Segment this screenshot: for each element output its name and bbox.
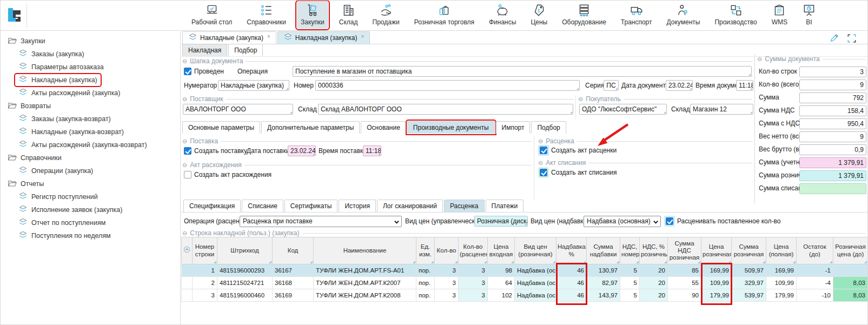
table-cell[interactable]: 3 (459, 277, 488, 289)
sums-row-value[interactable]: 950,4 (799, 118, 866, 129)
tree-folder-закупки[interactable]: Закупки (1, 35, 180, 48)
column-header-цена-входная[interactable]: Цена входная (488, 237, 515, 264)
tree-folder-возвраты[interactable]: Возвраты (1, 100, 180, 112)
table-cell[interactable]: 3 (435, 289, 459, 302)
tree-row-inner[interactable]: Акты расхождений (закупка) (16, 88, 123, 98)
column-header-номер-строки[interactable]: Номер строки (193, 237, 217, 264)
table-cell[interactable]: 85 (668, 264, 701, 277)
number-input[interactable]: 0000336 (315, 80, 580, 91)
pricing-operation-select[interactable]: Расценка при поставке (240, 216, 402, 227)
column-header-кол-во[interactable]: Кол-во (435, 237, 459, 264)
tree-row-inner[interactable]: Исполнение заявок (закупка) (16, 204, 125, 215)
sums-row-value[interactable]: 1 379,91 (799, 170, 866, 181)
table-cell[interactable]: 130,97 (587, 264, 620, 277)
tree-item-заказы-закупка-возврат-[interactable]: Заказы (закупка-возврат) (1, 112, 180, 125)
tree-row-inner[interactable]: Регистр поступлений (16, 191, 101, 202)
column-header-сумма-надбавки[interactable]: Сумма надбавки (587, 237, 620, 264)
table-cell[interactable]: 539,97 (732, 289, 766, 302)
detail-tab-лог-сканирований[interactable]: Лог сканирований (377, 200, 443, 212)
tree-folder-справочники[interactable]: Справочники (1, 151, 180, 164)
param-tab-производные-документы[interactable]: Производные документы (407, 121, 495, 134)
series-input[interactable]: ПС (604, 80, 619, 91)
collapse-icon[interactable]: ⊖ (182, 96, 187, 103)
tree-row-inner[interactable]: Отчеты (5, 178, 47, 189)
table-cell[interactable]: 20 (640, 289, 668, 302)
table-cell[interactable]: 169,99 (701, 264, 732, 277)
buyer-input[interactable]: ОДО "ЛюксСофтСервис" (579, 104, 667, 115)
column-header-наименование[interactable]: Наименование (314, 237, 416, 264)
column-header-штрихкод[interactable]: Штрихкод (217, 237, 273, 264)
table-cell[interactable]: 46 (556, 277, 587, 289)
sort-indicator-header[interactable] (182, 237, 193, 264)
tree-row-inner[interactable]: Поступления по неделям (16, 230, 114, 241)
tree-row-inner[interactable]: Закупки (5, 36, 48, 47)
detail-tab-сертификаты[interactable]: Сертификаты (284, 200, 338, 212)
sums-row-value[interactable]: 3 (799, 67, 866, 77)
collapse-icon[interactable]: ⊖ (182, 58, 187, 65)
collapse-icon[interactable]: ⊖ (182, 138, 187, 145)
tree-item-параметры-автозаказа[interactable]: Параметры автозаказа (1, 61, 180, 74)
toolbar-item-финансы[interactable]: Финансы (485, 2, 520, 29)
table-cell[interactable]: 4811215024721 (217, 277, 273, 289)
doc-tab-накладные-закупка-[interactable]: Накладные (закупка)× (182, 31, 276, 44)
column-header-цена-розничная[interactable]: Цена розничная (701, 237, 732, 264)
column-header-сумма-розничная[interactable]: Сумма розничная (732, 237, 766, 264)
toolbar-item-продажи[interactable]: Продажи (369, 2, 403, 29)
column-header-остаток-до-[interactable]: Остаток (до) (797, 237, 833, 264)
table-cell[interactable]: ТУФЛИ ЖЕН.ДОМ.АРТ.К2008 (314, 289, 416, 302)
fullscreen-expand-icon[interactable] (847, 34, 857, 45)
delivery-time-input[interactable]: 11:18 (363, 145, 381, 156)
table-cell[interactable]: 3 (435, 277, 459, 289)
table-cell[interactable]: 98 (488, 264, 515, 277)
tree-row-inner[interactable]: Справочники (5, 152, 64, 163)
tree-item-операции-закупка-[interactable]: Операции (закупка) (1, 164, 180, 177)
detail-tab-история[interactable]: История (339, 200, 376, 212)
table-cell[interactable]: 3 (459, 289, 488, 302)
markup-price-select[interactable]: Надбавка (основная) (584, 216, 661, 227)
table-cell[interactable]: 5 (620, 277, 640, 289)
sums-row-value[interactable]: 0,9 (799, 144, 866, 155)
table-cell[interactable]: 3 (459, 264, 488, 277)
param-tab-основание[interactable]: Основание (361, 121, 406, 134)
tree-row-inner[interactable]: Накладные (закупка) (16, 75, 100, 85)
sums-row-value[interactable]: 1 379,91 (799, 157, 866, 168)
column-header-цена-полная-[interactable]: Цена (полная) (766, 237, 797, 264)
table-cell[interactable] (833, 264, 868, 277)
sums-row-value[interactable]: 9 (799, 131, 866, 142)
param-tab-дополнительные-параметры[interactable]: Дополнительные параметры (261, 121, 360, 134)
tree-row-inner[interactable]: Накладные (закупка-возврат) (16, 127, 127, 137)
column-header-код[interactable]: Код (273, 237, 314, 264)
operation-input[interactable]: Поступление в магазин от поставщика (293, 66, 752, 77)
toolbar-item-оборудование[interactable]: Оборудование (558, 2, 610, 29)
table-cell[interactable]: 5 (620, 264, 640, 277)
column-header-сумма-ндс-розничная[interactable]: Сумма НДС розничная (668, 237, 701, 264)
table-cell[interactable]: 1 (193, 264, 217, 277)
column-header-розничная-цена-до-[interactable]: Розничная цена (до) (833, 237, 868, 264)
table-cell[interactable]: 55 (668, 277, 701, 289)
mgmt-price-input[interactable]: Розничная (диска (474, 216, 528, 227)
toolbar-item-wms[interactable]: WMS (768, 2, 791, 29)
table-cell[interactable]: 143,97 (587, 289, 620, 302)
table-cell[interactable]: Надбавка (ос (515, 264, 556, 277)
tree-item-регистр-поступлений[interactable]: Регистр поступлений (1, 190, 180, 203)
sums-row-value[interactable] (799, 183, 866, 194)
toolbar-item-документы[interactable]: Документы (663, 2, 704, 29)
table-cell[interactable]: ТУФЛИ ЖЕН.ДОМ.АРТ.К2007 (314, 277, 416, 289)
view-tab-накладная[interactable]: Накладная (182, 44, 227, 56)
sums-row-value[interactable]: 158,4 (799, 105, 866, 116)
tree-item-отчет-по-поступлениям[interactable]: Отчет по поступлениям (1, 216, 180, 229)
table-cell[interactable]: 46 (556, 264, 587, 277)
collapse-icon[interactable]: ⊖ (757, 56, 762, 63)
table-cell[interactable]: 169,99 (766, 264, 797, 277)
numerator-input[interactable]: Накладные (закупка) (218, 80, 289, 91)
row-selector-cell[interactable] (182, 264, 193, 277)
detail-tab-расценка[interactable]: Расценка (444, 200, 485, 212)
toolbar-item-розничная-торговля[interactable]: Розничная торговля (410, 2, 478, 29)
close-icon[interactable]: × (361, 34, 365, 39)
price-supplied-qty-checkbox[interactable] (666, 217, 673, 225)
table-cell[interactable]: 8,03 (833, 289, 868, 302)
table-cell[interactable]: 2 (193, 277, 217, 289)
table-cell[interactable]: Надбавка (ос (515, 277, 556, 289)
table-cell[interactable]: 3 (193, 289, 217, 302)
column-header-надбавка-[interactable]: Надбавка, % (556, 237, 587, 264)
